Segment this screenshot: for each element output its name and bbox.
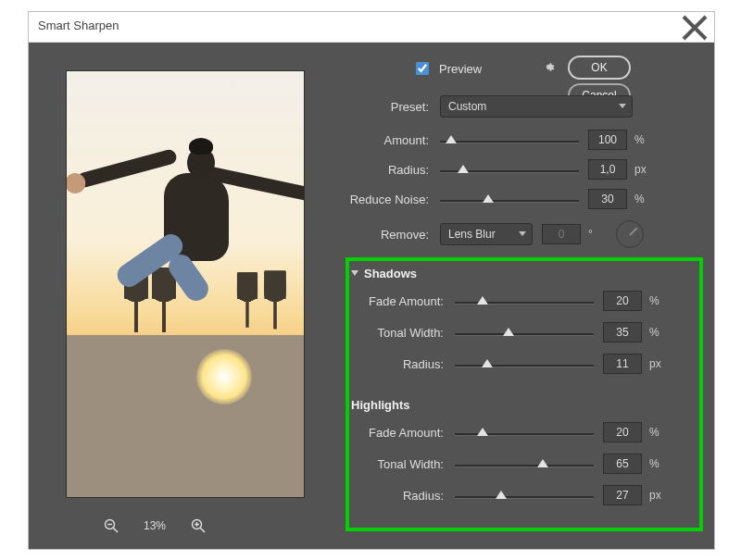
angle-dial[interactable] <box>616 220 644 248</box>
preset-label: Preset: <box>325 100 429 114</box>
highlights-tonal-row: Tonal Width: 65 % <box>351 448 690 479</box>
chevron-down-icon <box>619 104 626 108</box>
preview-checkbox[interactable]: Preview <box>412 59 482 78</box>
shadows-fade-input[interactable]: 20 <box>603 291 642 311</box>
shadows-tonal-input[interactable]: 35 <box>603 322 642 342</box>
dialog-window: Smart Sharpen 13% <box>28 11 715 550</box>
shadows-fade-slider[interactable] <box>455 291 594 311</box>
shadows-radius-slider[interactable] <box>455 354 594 374</box>
highlights-section: Highlights Fade Amount: 20 % Tonal Width… <box>351 392 690 511</box>
amount-label: Amount: <box>325 133 429 147</box>
highlights-tonal-input[interactable]: 65 <box>603 454 642 474</box>
remove-dropdown[interactable]: Lens Blur <box>440 223 533 245</box>
chevron-down-icon <box>351 270 358 276</box>
highlights-fade-slider[interactable] <box>455 422 594 442</box>
preset-row: Preset: Custom <box>325 94 686 118</box>
preview-label: Preview <box>439 62 482 76</box>
shadows-radius-row: Radius: 11 px <box>351 348 690 380</box>
zoom-in-icon <box>191 518 206 533</box>
shadows-tonal-row: Tonal Width: 35 % <box>351 317 690 348</box>
shadows-fade-row: Fade Amount: 20 % <box>351 285 690 317</box>
gear-icon <box>542 60 556 74</box>
highlights-fade-row: Fade Amount: 20 % <box>351 417 690 448</box>
svg-line-4 <box>200 528 205 532</box>
shadows-radius-input[interactable]: 11 <box>603 354 642 374</box>
remove-row: Remove: Lens Blur 0 ° <box>325 222 686 246</box>
reduce-noise-slider[interactable] <box>440 189 579 209</box>
close-button[interactable] <box>681 18 709 38</box>
shadows-section: Shadows Fade Amount: 20 % Tonal Width: 3… <box>351 261 690 380</box>
radius-input[interactable]: 1,0 <box>588 159 627 180</box>
remove-label: Remove: <box>325 228 429 242</box>
preset-dropdown[interactable]: Custom <box>440 95 633 118</box>
radius-row: Radius: 1,0 px <box>325 157 686 181</box>
amount-input[interactable]: 100 <box>588 130 627 150</box>
highlights-fade-input[interactable]: 20 <box>603 422 642 442</box>
amount-slider[interactable] <box>440 130 579 150</box>
titlebar: Smart Sharpen <box>29 12 714 43</box>
svg-line-1 <box>113 528 118 532</box>
reduce-noise-label: Reduce Noise: <box>325 193 429 206</box>
highlights-radius-input[interactable]: 27 <box>603 485 642 505</box>
radius-slider[interactable] <box>440 159 579 180</box>
amount-row: Amount: 100 % <box>325 128 686 152</box>
ok-button[interactable]: OK <box>568 56 631 80</box>
highlights-radius-row: Radius: 27 px <box>351 479 690 511</box>
settings-button[interactable] <box>542 60 559 77</box>
zoom-out-icon <box>104 518 119 533</box>
window-title: Smart Sharpen <box>38 19 119 32</box>
zoom-out-button[interactable] <box>103 517 119 534</box>
angle-input: 0 <box>542 224 581 244</box>
shadows-toggle[interactable]: Shadows <box>351 261 690 285</box>
highlights-header[interactable]: Highlights <box>351 392 690 417</box>
reduce-noise-input[interactable]: 30 <box>588 189 627 209</box>
zoom-level[interactable]: 13% <box>144 519 166 532</box>
shadows-tonal-slider[interactable] <box>455 322 594 342</box>
zoom-in-button[interactable] <box>190 517 207 534</box>
close-icon <box>681 14 709 42</box>
zoom-controls: 13% <box>103 517 207 534</box>
reduce-noise-row: Reduce Noise: 30 % <box>325 187 686 211</box>
dialog-body: 13% Preview OK Cancel Preset: <box>29 43 714 549</box>
preview-image[interactable] <box>66 70 305 498</box>
highlights-radius-slider[interactable] <box>455 485 594 505</box>
highlights-tonal-slider[interactable] <box>455 454 594 474</box>
radius-label: Radius: <box>325 163 429 177</box>
chevron-down-icon <box>519 231 526 236</box>
